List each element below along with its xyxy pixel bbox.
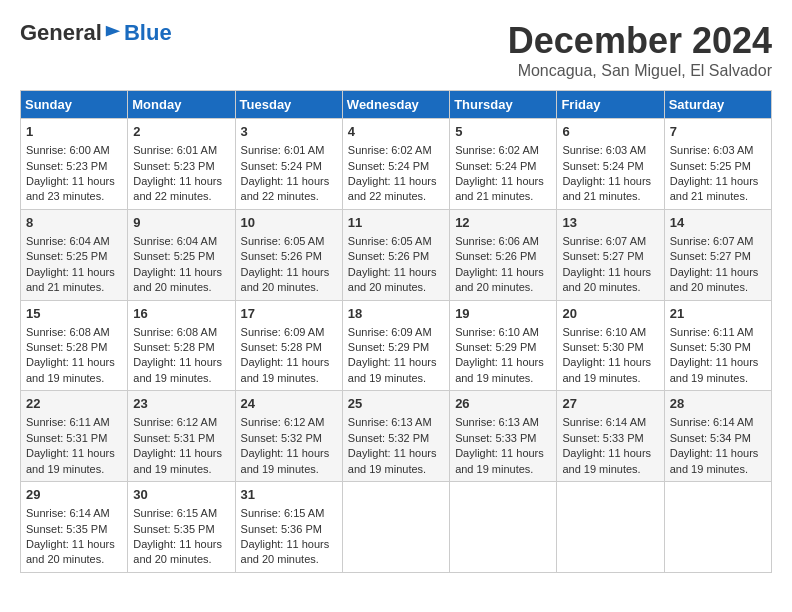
sunset-text: Sunset: 5:25 PM [26, 250, 107, 262]
daylight-text: Daylight: 11 hours and 19 minutes. [670, 356, 759, 383]
sunrise-text: Sunrise: 6:14 AM [26, 507, 110, 519]
calendar-cell: 20 Sunrise: 6:10 AM Sunset: 5:30 PM Dayl… [557, 300, 664, 391]
daylight-text: Daylight: 11 hours and 20 minutes. [241, 266, 330, 293]
calendar-cell: 15 Sunrise: 6:08 AM Sunset: 5:28 PM Dayl… [21, 300, 128, 391]
sunrise-text: Sunrise: 6:15 AM [133, 507, 217, 519]
daylight-text: Daylight: 11 hours and 19 minutes. [241, 447, 330, 474]
calendar-cell: 22 Sunrise: 6:11 AM Sunset: 5:31 PM Dayl… [21, 391, 128, 482]
logo-blue: Blue [124, 20, 172, 46]
daylight-text: Daylight: 11 hours and 20 minutes. [670, 266, 759, 293]
day-number: 9 [133, 214, 229, 232]
day-number: 20 [562, 305, 658, 323]
calendar-week-row: 15 Sunrise: 6:08 AM Sunset: 5:28 PM Dayl… [21, 300, 772, 391]
calendar-cell: 16 Sunrise: 6:08 AM Sunset: 5:28 PM Dayl… [128, 300, 235, 391]
day-number: 2 [133, 123, 229, 141]
day-number: 12 [455, 214, 551, 232]
daylight-text: Daylight: 11 hours and 20 minutes. [241, 538, 330, 565]
sunset-text: Sunset: 5:24 PM [348, 160, 429, 172]
calendar-cell: 31 Sunrise: 6:15 AM Sunset: 5:36 PM Dayl… [235, 482, 342, 573]
calendar-cell: 27 Sunrise: 6:14 AM Sunset: 5:33 PM Dayl… [557, 391, 664, 482]
calendar-cell: 30 Sunrise: 6:15 AM Sunset: 5:35 PM Dayl… [128, 482, 235, 573]
day-number: 7 [670, 123, 766, 141]
sunrise-text: Sunrise: 6:02 AM [348, 144, 432, 156]
daylight-text: Daylight: 11 hours and 20 minutes. [133, 538, 222, 565]
sunrise-text: Sunrise: 6:05 AM [348, 235, 432, 247]
daylight-text: Daylight: 11 hours and 20 minutes. [133, 266, 222, 293]
sunset-text: Sunset: 5:27 PM [670, 250, 751, 262]
daylight-text: Daylight: 11 hours and 19 minutes. [562, 447, 651, 474]
sunset-text: Sunset: 5:33 PM [455, 432, 536, 444]
weekday-header: Wednesday [342, 91, 449, 119]
daylight-text: Daylight: 11 hours and 19 minutes. [455, 447, 544, 474]
calendar-cell [450, 482, 557, 573]
sunrise-text: Sunrise: 6:01 AM [241, 144, 325, 156]
daylight-text: Daylight: 11 hours and 21 minutes. [26, 266, 115, 293]
calendar-cell: 18 Sunrise: 6:09 AM Sunset: 5:29 PM Dayl… [342, 300, 449, 391]
sunrise-text: Sunrise: 6:14 AM [670, 416, 754, 428]
day-number: 31 [241, 486, 337, 504]
sunrise-text: Sunrise: 6:07 AM [562, 235, 646, 247]
daylight-text: Daylight: 11 hours and 20 minutes. [26, 538, 115, 565]
sunset-text: Sunset: 5:29 PM [348, 341, 429, 353]
calendar-cell: 17 Sunrise: 6:09 AM Sunset: 5:28 PM Dayl… [235, 300, 342, 391]
sunset-text: Sunset: 5:35 PM [26, 523, 107, 535]
sunrise-text: Sunrise: 6:03 AM [670, 144, 754, 156]
daylight-text: Daylight: 11 hours and 19 minutes. [348, 447, 437, 474]
weekday-header: Saturday [664, 91, 771, 119]
calendar-week-row: 22 Sunrise: 6:11 AM Sunset: 5:31 PM Dayl… [21, 391, 772, 482]
sunset-text: Sunset: 5:24 PM [455, 160, 536, 172]
daylight-text: Daylight: 11 hours and 19 minutes. [455, 356, 544, 383]
calendar-week-row: 8 Sunrise: 6:04 AM Sunset: 5:25 PM Dayli… [21, 209, 772, 300]
sunrise-text: Sunrise: 6:13 AM [348, 416, 432, 428]
location-title: Moncagua, San Miguel, El Salvador [508, 62, 772, 80]
sunrise-text: Sunrise: 6:04 AM [133, 235, 217, 247]
day-number: 29 [26, 486, 122, 504]
logo-general: General [20, 20, 102, 46]
daylight-text: Daylight: 11 hours and 21 minutes. [455, 175, 544, 202]
calendar-cell: 13 Sunrise: 6:07 AM Sunset: 5:27 PM Dayl… [557, 209, 664, 300]
sunrise-text: Sunrise: 6:12 AM [241, 416, 325, 428]
day-number: 25 [348, 395, 444, 413]
day-number: 16 [133, 305, 229, 323]
svg-marker-0 [106, 26, 120, 37]
calendar-cell: 2 Sunrise: 6:01 AM Sunset: 5:23 PM Dayli… [128, 119, 235, 210]
day-number: 26 [455, 395, 551, 413]
calendar-cell: 21 Sunrise: 6:11 AM Sunset: 5:30 PM Dayl… [664, 300, 771, 391]
sunset-text: Sunset: 5:27 PM [562, 250, 643, 262]
calendar-cell [342, 482, 449, 573]
sunset-text: Sunset: 5:30 PM [562, 341, 643, 353]
sunset-text: Sunset: 5:24 PM [241, 160, 322, 172]
day-number: 19 [455, 305, 551, 323]
day-number: 17 [241, 305, 337, 323]
sunrise-text: Sunrise: 6:08 AM [133, 326, 217, 338]
day-number: 23 [133, 395, 229, 413]
sunset-text: Sunset: 5:32 PM [348, 432, 429, 444]
day-number: 18 [348, 305, 444, 323]
day-number: 28 [670, 395, 766, 413]
day-number: 11 [348, 214, 444, 232]
sunrise-text: Sunrise: 6:11 AM [670, 326, 754, 338]
calendar-cell [664, 482, 771, 573]
sunrise-text: Sunrise: 6:08 AM [26, 326, 110, 338]
sunset-text: Sunset: 5:29 PM [455, 341, 536, 353]
sunrise-text: Sunrise: 6:13 AM [455, 416, 539, 428]
sunrise-text: Sunrise: 6:03 AM [562, 144, 646, 156]
day-number: 21 [670, 305, 766, 323]
weekday-header: Monday [128, 91, 235, 119]
daylight-text: Daylight: 11 hours and 21 minutes. [562, 175, 651, 202]
calendar-table: SundayMondayTuesdayWednesdayThursdayFrid… [20, 90, 772, 573]
sunset-text: Sunset: 5:32 PM [241, 432, 322, 444]
sunset-text: Sunset: 5:23 PM [26, 160, 107, 172]
sunset-text: Sunset: 5:36 PM [241, 523, 322, 535]
logo-flag-icon [104, 24, 122, 42]
daylight-text: Daylight: 11 hours and 21 minutes. [670, 175, 759, 202]
calendar-header-row: SundayMondayTuesdayWednesdayThursdayFrid… [21, 91, 772, 119]
calendar-cell: 24 Sunrise: 6:12 AM Sunset: 5:32 PM Dayl… [235, 391, 342, 482]
calendar-cell: 19 Sunrise: 6:10 AM Sunset: 5:29 PM Dayl… [450, 300, 557, 391]
calendar-cell: 1 Sunrise: 6:00 AM Sunset: 5:23 PM Dayli… [21, 119, 128, 210]
day-number: 10 [241, 214, 337, 232]
sunrise-text: Sunrise: 6:10 AM [455, 326, 539, 338]
day-number: 13 [562, 214, 658, 232]
day-number: 24 [241, 395, 337, 413]
daylight-text: Daylight: 11 hours and 19 minutes. [241, 356, 330, 383]
